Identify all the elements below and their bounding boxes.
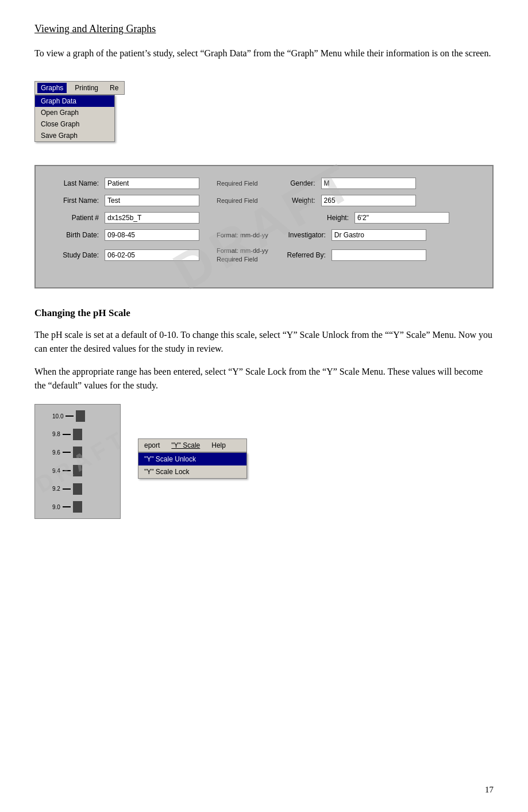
tick-line-94: [63, 470, 71, 471]
menu-item-re[interactable]: Re: [106, 83, 122, 93]
graph-y-labels: 10.0 9.8 9.6 9.4 9.2: [52, 410, 114, 513]
input-birthdate[interactable]: 09-08-45: [105, 229, 199, 241]
menu-item-open-graph[interactable]: Open Graph: [35, 107, 114, 118]
input-gender[interactable]: M: [321, 178, 416, 189]
menu-item-graph-data[interactable]: Graph Data: [35, 95, 114, 107]
graph-tick-92: 9.2: [52, 483, 114, 495]
input-lastname[interactable]: Patient: [105, 178, 199, 189]
label-height: Height:: [297, 214, 349, 222]
label-lastname: Last Name:: [53, 179, 99, 187]
menu-item-graphs[interactable]: Graphs: [37, 83, 67, 93]
label-referredby: Referred By:: [274, 251, 326, 259]
scale-menu-item-yscale[interactable]: "Y" Scale: [168, 440, 203, 451]
scale-menu-item-help[interactable]: Help: [208, 440, 229, 451]
ph-paragraph2: When the appropriate range has been ente…: [34, 365, 494, 392]
graph-tick-94: 9.4: [52, 465, 114, 476]
input-investigator[interactable]: Dr Gastro: [332, 229, 426, 241]
form-row-firstname: First Name: Test Required Field Weight: …: [53, 195, 475, 206]
graph-tick-96: 9.6: [52, 447, 114, 458]
tick-line-98: [63, 434, 71, 435]
bar-94: [73, 465, 82, 476]
bar-92: [73, 483, 82, 495]
note-studydate: Format: mm-dd-yyRequired Field: [217, 247, 268, 264]
note-lastname: Required Field: [217, 180, 258, 187]
form-row-lastname: Last Name: Patient Required Field Gender…: [53, 178, 475, 189]
label-investigator: Investigator:: [274, 231, 326, 239]
input-studydate[interactable]: 06-02-05: [105, 249, 199, 261]
graph-tick-98: 9.8: [52, 429, 114, 440]
input-patient[interactable]: dx1s25b_T: [105, 212, 199, 224]
tick-line-100: [65, 415, 74, 417]
scale-item-unlock[interactable]: "Y" Scale Unlock: [138, 453, 246, 465]
menu-screenshot: Graphs Printing Re Graph Data Open Graph…: [34, 81, 125, 142]
input-weight[interactable]: 265: [321, 195, 416, 206]
tick-label-98: 9.8: [52, 431, 60, 437]
tick-label-92: 9.2: [52, 486, 60, 492]
menu-dropdown: Graph Data Open Graph Close Graph Save G…: [34, 95, 115, 142]
tick-label-100: 10.0: [52, 413, 63, 420]
patient-form-screenshot: DRAFT Last Name: Patient Required Field …: [34, 165, 494, 288]
menu-item-printing[interactable]: Printing: [71, 83, 102, 93]
input-height[interactable]: 6'2": [354, 212, 449, 224]
form-row-birthdate: Birth Date: 09-08-45 Format: mm-dd-yy In…: [53, 229, 475, 241]
ph-paragraph1: The pH scale is set at a default of 0-10…: [34, 328, 494, 356]
graph-tick-90: 9.0: [52, 501, 114, 513]
label-gender: Gender:: [264, 179, 315, 187]
page-number: 17: [485, 785, 494, 795]
tick-line-92: [63, 488, 71, 490]
label-firstname: First Name:: [53, 197, 99, 205]
scale-item-lock[interactable]: "Y" Scale Lock: [138, 465, 246, 478]
graph-panel: DRAFT 10.0 9.8 9.6 9.4: [34, 404, 121, 519]
draft-watermark: DRAFT: [163, 152, 364, 302]
bar-98: [73, 429, 82, 440]
tick-line-96: [63, 452, 71, 453]
label-weight: Weight:: [264, 197, 315, 205]
page-title: Viewing and Altering Graphs: [34, 23, 494, 35]
tick-label-90: 9.0: [52, 504, 60, 510]
label-patient: Patient #: [53, 214, 99, 222]
bar-100: [76, 410, 85, 422]
label-studydate: Study Date:: [53, 251, 99, 259]
input-referredby[interactable]: [332, 249, 426, 261]
input-firstname[interactable]: Test: [105, 195, 199, 206]
tick-label-94: 9.4: [52, 468, 60, 474]
form-row-patient: Patient # dx1s25b_T Height: 6'2": [53, 212, 475, 224]
note-birthdate: Format: mm-dd-yy: [217, 232, 268, 238]
scale-screenshot: DRAFT 10.0 9.8 9.6 9.4: [34, 404, 494, 519]
menu-item-save-graph[interactable]: Save Graph: [35, 130, 114, 141]
tick-label-96: 9.6: [52, 449, 60, 456]
graph-tick-100: 10.0: [52, 410, 114, 422]
note-firstname: Required Field: [217, 197, 258, 204]
menu-item-close-graph[interactable]: Close Graph: [35, 118, 114, 130]
label-birthdate: Birth Date:: [53, 231, 99, 239]
form-row-studydate: Study Date: 06-02-05 Format: mm-dd-yyReq…: [53, 247, 475, 264]
scale-menu-item-report[interactable]: eport: [141, 440, 163, 451]
scale-menu-bar: eport "Y" Scale Help: [138, 438, 247, 452]
bar-90: [73, 501, 82, 513]
intro-paragraph: To view a graph of the patient’s study, …: [34, 47, 494, 60]
tick-line-90: [63, 506, 71, 507]
scale-menu-panel: eport "Y" Scale Help "Y" Scale Unlock "Y…: [138, 438, 247, 479]
scale-dropdown: "Y" Scale Unlock "Y" Scale Lock: [138, 452, 247, 479]
section-title-ph: Changing the pH Scale: [34, 306, 494, 321]
bar-96: [73, 447, 82, 458]
menu-bar: Graphs Printing Re: [34, 81, 125, 95]
